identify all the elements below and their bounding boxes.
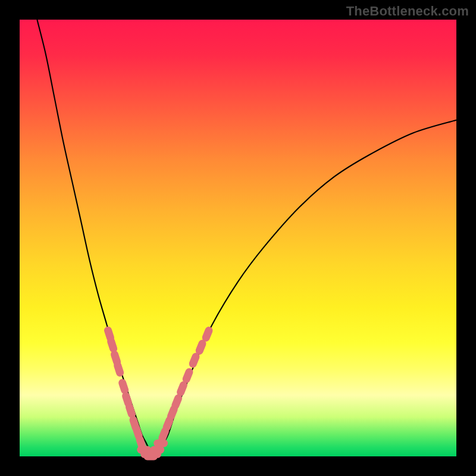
data-marker	[106, 336, 118, 353]
marker-group-left	[103, 325, 147, 452]
bottleneck-curve-path	[37, 20, 456, 456]
chart-stage: TheBottleneck.com	[0, 0, 476, 476]
data-marker	[118, 378, 130, 395]
plot-area	[20, 20, 456, 456]
watermark-text: TheBottleneck.com	[346, 4, 469, 19]
chart-svg	[20, 20, 456, 456]
marker-group-right	[157, 325, 214, 443]
data-marker	[112, 361, 124, 378]
